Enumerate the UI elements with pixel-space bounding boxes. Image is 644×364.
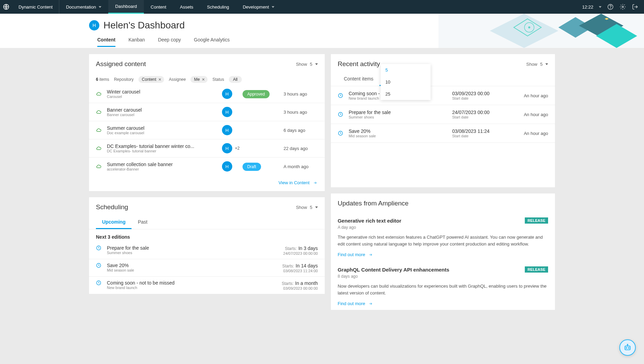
subtab-deepcopy[interactable]: Deep copy [158,37,181,47]
update-date: A day ago [338,225,548,230]
scheduling-starts-label: Starts: [282,281,294,286]
activity-date-label: Start date [452,134,514,138]
assignee-avatar: H [222,89,232,99]
item-subtitle: Carousel [107,95,222,99]
activity-time: An hour ago [514,112,548,117]
page-title: Helen's Dashboard [103,20,185,31]
scheduling-row[interactable]: Save 20% Mid season sale Starts: In 14 d… [89,259,325,277]
clock-icon [338,112,343,117]
time-chevron-icon[interactable] [599,6,602,8]
scheduling-when: In 3 days [298,246,318,251]
release-tag: RELEASE [525,266,548,273]
assignee-avatar: H [222,125,232,135]
arrow-right-icon [312,181,318,185]
show-option-10[interactable]: 10 [381,76,431,88]
repo-chip[interactable]: Content✕ [138,76,164,83]
updates-card: Updates from Amplience Generative rich t… [331,193,555,310]
scheduling-card: Scheduling Show 5 Upcoming Past Next 3 e… [89,197,325,294]
activity-subtitle: Summer shoes [349,115,452,119]
update-body: Now developers can build visualizations … [338,283,548,296]
sched-tab-upcoming[interactable]: Upcoming [96,216,132,229]
subtab-content[interactable]: Content [97,37,115,47]
nav-scheduling[interactable]: Scheduling [200,0,236,14]
assigned-show-value: 5 [310,62,312,67]
assignee-chip[interactable]: Me✕ [190,76,208,83]
release-tag: RELEASE [525,217,548,224]
clock-icon [338,93,343,98]
activity-row[interactable]: Save 20% Mid season sale 03/08/2023 11:2… [331,124,555,143]
chevron-down-icon [315,63,318,65]
arrow-right-icon [368,302,373,306]
topbar-logo[interactable] [0,3,12,10]
help-icon[interactable] [607,3,614,10]
find-out-more-label: Find out more [338,252,365,257]
clock-icon [96,263,101,268]
find-out-more-link[interactable]: Find out more [338,301,373,306]
assigned-content-card: Assigned content Show 5 6 items Reposito… [89,54,325,191]
chip-remove-icon[interactable]: ✕ [202,77,205,82]
nav-dashboard-label: Dashboard [115,4,137,9]
item-time: 22 days ago [284,146,318,151]
cloud-icon [96,91,101,97]
assigned-filters: 6 items Repository Content✕ Assignee Me✕… [89,73,325,85]
activity-date-label: Start date [452,96,514,100]
clock-icon [96,245,101,251]
nav-development[interactable]: Development [236,0,282,14]
status-pill[interactable]: All [229,76,242,83]
scheduling-row[interactable]: Coming soon - not to be missed New brand… [89,277,325,294]
update-item: Generative rich text editor RELEASE A da… [331,212,555,261]
scheduling-show-value: 5 [310,205,312,210]
nav-documentation[interactable]: Documentation [59,0,108,14]
show-option-5[interactable]: 5 [381,64,431,76]
view-in-content-link[interactable]: View in Content [278,180,318,185]
header-decoration [438,14,644,48]
assigned-item-row[interactable]: DC Examples- tutorial banner winter co..… [89,139,325,157]
cloud-icon [96,127,101,133]
scheduling-row[interactable]: Prepare for the sale Summer shoes Starts… [89,242,325,259]
settings-icon[interactable] [619,3,626,10]
assigned-item-row[interactable]: Summer collection sale banner accelerato… [89,157,325,175]
update-body: The generative rich text extension featu… [338,234,548,247]
scheduling-title: Scheduling [96,203,128,211]
arrow-right-icon [368,253,373,257]
topbar-time[interactable]: 12:22 [582,4,593,10]
scheduling-when: In 14 days [296,263,318,268]
logout-icon[interactable] [632,3,639,10]
activity-date-label: Start date [452,115,514,119]
sched-tab-past[interactable]: Past [132,216,153,229]
subtab-ga[interactable]: Google Analytics [194,37,230,47]
subtab-kanban[interactable]: Kanban [128,37,145,47]
nav-content[interactable]: Content [144,0,173,14]
scheduling-item-title: Save 20% [107,263,282,268]
cloud-icon [96,146,101,151]
assigned-item-row[interactable]: Summer carousel Doc example carousel H 6… [89,121,325,139]
assignee-filter-label: Assignee [169,77,186,82]
activity-row[interactable]: Prepare for the sale Summer shoes 24/07/… [331,105,555,124]
activity-tab-content[interactable]: Content items [338,73,380,86]
nav-assets-label: Assets [180,4,193,10]
assignee-chip-text: Me [194,77,200,82]
scheduling-show-selector[interactable]: Show 5 [296,205,318,210]
recent-show-selector[interactable]: Show 5 [526,62,548,67]
scheduling-item-subtitle: Mid season sale [107,268,282,272]
find-out-more-link[interactable]: Find out more [338,252,373,257]
clock-icon [96,280,101,286]
topbar-brand[interactable]: Dynamic Content [12,0,59,14]
item-title: Winter carousel [107,89,222,95]
recent-show-label: Show [526,62,537,67]
item-time: 6 days ago [284,128,318,133]
assigned-show-selector[interactable]: Show 5 [296,62,318,67]
repo-chip-text: Content [142,77,156,82]
nav-assets[interactable]: Assets [173,0,200,14]
activity-row[interactable]: Coming soon - not to be missed New brand… [331,86,555,105]
svg-point-2 [610,8,611,8]
scheduling-timestamp: 24/07/2023 00:00:00 [283,251,318,255]
chat-bot-button[interactable] [619,339,636,356]
assigned-item-row[interactable]: Banner carousel Banner carousel H 3 hour… [89,103,325,121]
bot-icon [623,343,632,352]
show-option-25[interactable]: 25 [381,88,431,100]
nav-dashboard[interactable]: Dashboard [108,0,144,14]
cloud-icon [96,164,101,169]
assigned-item-row[interactable]: Winter carousel Carousel H Approved 3 ho… [89,85,325,103]
chip-remove-icon[interactable]: ✕ [158,77,161,82]
